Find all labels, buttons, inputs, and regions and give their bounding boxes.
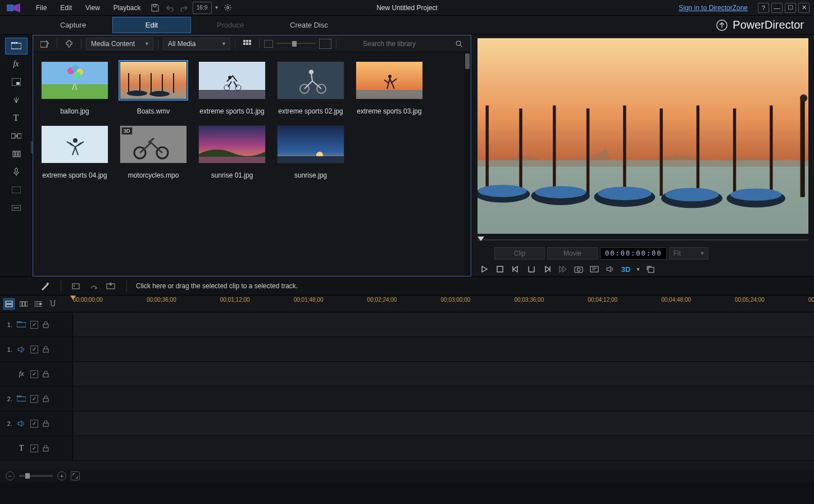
undo-icon[interactable] <box>163 2 176 14</box>
track-lane[interactable] <box>73 337 814 361</box>
track-visible-toggle[interactable]: ✓ <box>30 395 38 403</box>
aspect-caret-icon[interactable]: ▼ <box>214 2 220 14</box>
snap-button[interactable] <box>47 298 58 310</box>
menu-view[interactable]: View <box>79 2 107 14</box>
menu-file[interactable]: File <box>29 2 53 14</box>
track-lane[interactable] <box>73 362 814 386</box>
library-item[interactable]: extreme sports 01.jpg <box>196 61 268 115</box>
snapshot-button[interactable] <box>572 263 585 275</box>
preview-viewport[interactable] <box>478 38 808 234</box>
track-lock-toggle[interactable] <box>43 370 49 378</box>
library-item[interactable]: 3Dmotorcycles.mpo <box>117 125 189 179</box>
preview-3d-caret[interactable]: ▼ <box>635 263 642 275</box>
preview-scrubber[interactable] <box>478 236 808 244</box>
preview-3d-button[interactable]: 3D <box>619 263 633 275</box>
save-icon[interactable] <box>149 2 161 14</box>
room-transition[interactable] <box>5 128 28 144</box>
settings-icon[interactable] <box>222 2 234 14</box>
room-title[interactable]: T <box>5 110 28 126</box>
minimize-button[interactable]: — <box>771 3 783 13</box>
volume-button[interactable] <box>603 263 617 275</box>
track-manager-button[interactable] <box>33 298 44 310</box>
timeline-view-button[interactable] <box>3 298 15 310</box>
track-header[interactable]: 1.✓ <box>0 337 73 361</box>
room-voiceover[interactable] <box>5 164 28 180</box>
prev-frame-button[interactable] <box>509 263 522 275</box>
track-header[interactable]: fx✓ <box>0 362 73 386</box>
maximize-button[interactable]: ☐ <box>785 3 796 13</box>
library-item[interactable]: ballon.jpg <box>39 61 111 115</box>
room-chapter[interactable] <box>5 181 28 198</box>
library-grid[interactable]: ballon.jpgBoats.wmvextreme sports 01.jpg… <box>33 52 471 276</box>
tab-capture[interactable]: Capture <box>34 17 112 33</box>
track-lane[interactable] <box>73 411 814 435</box>
upload-icon[interactable] <box>716 19 728 31</box>
close-button[interactable]: ✕ <box>798 3 810 13</box>
room-audio-mix[interactable] <box>5 146 28 162</box>
plugins-button[interactable] <box>62 38 76 50</box>
track-visible-toggle[interactable]: ✓ <box>30 346 38 353</box>
preview-quality-button[interactable] <box>588 263 601 275</box>
tab-create-disc[interactable]: Create Disc <box>270 17 348 33</box>
keyframe-button[interactable] <box>70 279 84 293</box>
room-fx[interactable]: fx <box>5 56 28 72</box>
signin-link[interactable]: Sign in to DirectorZone <box>679 4 748 12</box>
track-lane[interactable] <box>73 387 814 411</box>
room-subtitle[interactable] <box>5 199 28 216</box>
track-visible-toggle[interactable]: ✓ <box>30 321 38 329</box>
library-item[interactable]: extreme sports 03.jpg <box>353 61 425 115</box>
library-item[interactable]: Boats.wmv <box>117 61 189 115</box>
library-item[interactable]: extreme sports 02.jpg <box>275 61 347 115</box>
room-pip[interactable] <box>5 74 28 90</box>
track-lock-toggle[interactable] <box>43 444 49 452</box>
track-visible-toggle[interactable]: ✓ <box>30 420 38 428</box>
search-icon[interactable] <box>452 38 466 50</box>
zoom-out-button[interactable]: − <box>6 471 15 480</box>
track-lock-toggle[interactable] <box>43 395 49 402</box>
room-media[interactable] <box>5 38 28 55</box>
aspect-ratio-select[interactable]: 16:9 <box>193 2 212 14</box>
track-header[interactable]: 2.✓ <box>0 411 73 435</box>
library-filter-select[interactable]: All Media▼ <box>163 38 230 50</box>
room-particle[interactable] <box>5 92 28 108</box>
track-visible-toggle[interactable]: ✓ <box>30 444 38 452</box>
zoom-fit-button[interactable] <box>71 471 80 480</box>
preview-zoom-select[interactable]: Fit▼ <box>669 247 708 260</box>
zoom-in-button[interactable]: + <box>57 471 66 480</box>
menu-playback[interactable]: Playback <box>107 2 148 14</box>
track-visible-toggle[interactable]: ✓ <box>30 370 38 378</box>
library-scrollbar[interactable] <box>464 52 471 276</box>
undock-preview-button[interactable] <box>644 263 657 275</box>
library-item[interactable]: sunrise.jpg <box>275 125 347 179</box>
track-header[interactable]: 1.✓ <box>0 312 73 337</box>
preview-mode-clip[interactable]: Clip <box>494 247 545 260</box>
track-lock-toggle[interactable] <box>43 346 49 353</box>
library-item[interactable]: extreme sports 04.jpg <box>39 125 111 179</box>
zoom-slider[interactable] <box>19 475 53 477</box>
track-lane[interactable] <box>73 312 814 337</box>
redo-icon[interactable] <box>178 2 190 14</box>
preview-timecode[interactable]: 00:00:00:00 <box>600 247 667 260</box>
mark-in-out-button[interactable] <box>525 263 538 275</box>
track-lock-toggle[interactable] <box>43 321 49 328</box>
track-header[interactable]: 2.✓ <box>0 387 73 411</box>
magic-tools-button[interactable] <box>38 279 52 293</box>
timeline-ruler[interactable]: 00;00;00;0000;00;36;0000;01;12;0000;01;4… <box>73 296 814 312</box>
import-media-button[interactable] <box>38 38 52 50</box>
play-button[interactable] <box>478 263 491 275</box>
next-frame-button[interactable] <box>540 263 554 275</box>
track-header[interactable]: T✓ <box>0 436 73 460</box>
track-lock-toggle[interactable] <box>43 420 49 427</box>
fast-forward-button[interactable] <box>556 263 570 275</box>
library-folder-select[interactable]: Media Content▼ <box>86 38 153 50</box>
thumb-size-slider[interactable] <box>264 39 331 49</box>
menu-edit[interactable]: Edit <box>53 2 79 14</box>
stop-button[interactable] <box>493 263 507 275</box>
storyboard-view-button[interactable] <box>18 298 29 310</box>
help-button[interactable]: ? <box>758 3 769 13</box>
view-grid-button[interactable] <box>240 38 254 50</box>
preview-mode-movie[interactable]: Movie <box>547 247 598 260</box>
track-lane[interactable] <box>73 436 814 460</box>
library-item[interactable]: sunrise 01.jpg <box>196 125 268 179</box>
insert-to-track-button[interactable] <box>104 279 117 293</box>
